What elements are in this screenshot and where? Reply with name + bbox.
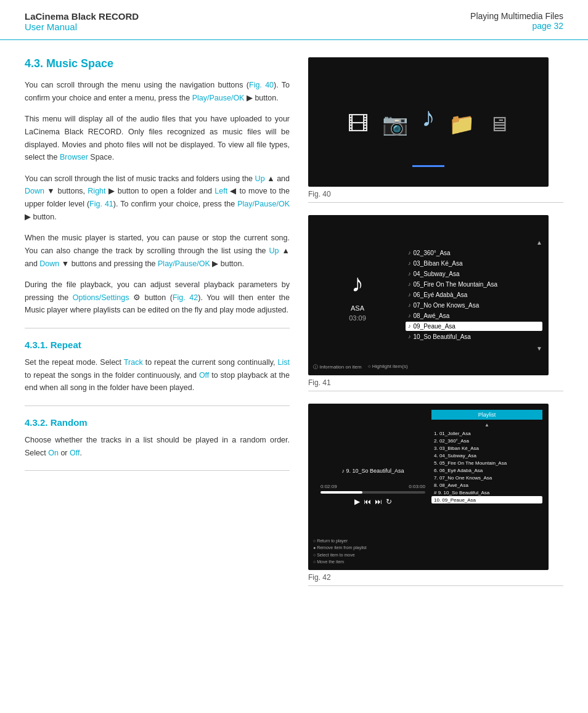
right-link[interactable]: Right [88, 187, 105, 195]
subsection2-heading: 4.3.2. Random [25, 417, 290, 428]
music-icon: ♪ [422, 102, 435, 132]
playpause-link3[interactable]: Play/Pause/OK [158, 259, 210, 268]
main-content: 4.3. Music Space You can scroll through … [0, 40, 588, 598]
down-link[interactable]: Down [25, 187, 44, 195]
fig42-item-7: 7. 07_No One Knows_Asa [431, 474, 542, 481]
fig42-item-5: 5. 05_Fire On The Mountain_Asa [431, 459, 542, 467]
playpause-link2[interactable]: Play/Pause/OK [237, 200, 290, 208]
fig42-label-2: ● Remove item from playlist [313, 544, 367, 551]
fig42-item-2: 2. 02_360°_Asa [431, 437, 542, 444]
fig41-track-9: ♪ 10_So Beautiful_Asa [406, 332, 542, 341]
divider1 [25, 328, 290, 328]
off-link2[interactable]: Off [70, 449, 80, 457]
playpause-link1[interactable]: Play/Pause/OK [192, 94, 245, 102]
header-right: Playing Multimedia Files page 32 [470, 11, 563, 31]
fig42-track-name: ♪ 9. 10_So Beautiful_Asa [341, 468, 404, 474]
fig42-left: ♪ 9. 10_So Beautiful_Asa 0:02:09 0:03:00 [314, 410, 431, 564]
on-link[interactable]: On [48, 449, 59, 457]
section-para1: You can scroll through the menu using th… [25, 79, 290, 104]
fig42-item-1: 1. 01_Joller_Asa [431, 430, 542, 437]
camera-icon: 📷 [382, 112, 408, 136]
browser-link[interactable]: Browser [60, 153, 88, 161]
up-link2[interactable]: Up [269, 246, 279, 255]
fig42-item-6: 6. 06_Eyé Adabà_Asa [431, 467, 542, 474]
fig42-item-9: # 9. 10_So Beautiful_Asa [431, 489, 542, 496]
left-link[interactable]: Left [214, 187, 227, 195]
fig41-image: ♪ ASA 03:09 ▲ ♪ 02_360°_Asa ♪ 03_Biban K… [308, 215, 549, 375]
fig42-inner: ♪ 9. 10_So Beautiful_Asa 0:02:09 0:03:00 [308, 404, 549, 570]
section-para2: This menu will display all of the audio … [25, 113, 290, 164]
fig42-item-4: 4. 04_Subway_Asa [431, 452, 542, 459]
fig42-link[interactable]: Fig. 42 [173, 293, 198, 302]
repeat-icon: ↻ [386, 497, 392, 506]
fig40-icons: 🎞 📷 ♪ 📁 🖥 [348, 102, 509, 142]
fig41-left: ♪ ASA 03:09 [314, 221, 401, 369]
divider3 [25, 470, 290, 471]
fig42-total: 0:03:00 [409, 484, 425, 489]
fig41-scroll-down: ▼ [406, 345, 542, 352]
down-link2[interactable]: Down [39, 259, 59, 268]
brand-title: LaCinema Black RECORD [25, 11, 139, 22]
divider2 [25, 405, 290, 406]
subsection1-para: Set the repeat mode. Select Track to rep… [25, 356, 290, 394]
fig41-track-6: ♪ 07_No One Knows_Asa [406, 301, 542, 310]
fig41-track-5: ♪ 06_Eyé Adabà_Asa [406, 290, 542, 299]
section-heading: 4.3. Music Space [25, 57, 290, 70]
fig40-divider [308, 202, 563, 203]
fig42-progress-fill [321, 491, 362, 494]
fig42-label-1: ○ Return to player [313, 537, 367, 544]
fig41-track-8-selected: ♪ 09_Peaue_Asa [406, 322, 542, 331]
fig42-bottom-labels: ○ Return to player ● Remove item from pl… [313, 537, 367, 565]
fig41-divider [308, 391, 563, 391]
next-icon: ⏭ [375, 497, 382, 506]
options-link[interactable]: Options/Settings [73, 293, 129, 302]
fig41-info: ⓘ Information on item [313, 364, 362, 370]
up-link[interactable]: Up [255, 174, 265, 183]
section-para5: During the file playback, you can adjust… [25, 279, 290, 317]
off-link[interactable]: Off [199, 371, 209, 380]
list-link[interactable]: List [278, 358, 290, 367]
fig42-scroll-up: ▲ [431, 422, 542, 428]
header: LaCinema Black RECORD User Manual Playin… [0, 0, 588, 40]
fig40-link[interactable]: Fig. 40 [249, 81, 274, 89]
fig40-label: Fig. 40 [308, 190, 563, 198]
film-icon: 🎞 [348, 112, 369, 136]
fig41-container: ♪ ASA 03:09 ▲ ♪ 02_360°_Asa ♪ 03_Biban K… [308, 215, 563, 391]
subsection2-para: Choose whether the tracks in a list shou… [25, 434, 290, 459]
fig42-controls: ▶ ⏮ ⏭ ↻ [321, 497, 425, 506]
fig42-elapsed: 0:02:09 [321, 484, 337, 489]
fig40-underline [412, 165, 444, 167]
fig41-link[interactable]: Fig. 41 [89, 200, 113, 208]
fig42-progress-area: 0:02:09 0:03:00 ▶ ⏮ ⏭ ↻ [314, 484, 431, 506]
fig40-container: 🎞 📷 ♪ 📁 🖥 Fig. 40 [308, 57, 563, 203]
fig41-highlight: ○ Highlight item(s) [368, 364, 408, 370]
page-number: page 32 [470, 21, 563, 31]
track-link[interactable]: Track [124, 358, 143, 367]
header-left: LaCinema Black RECORD User Manual [25, 11, 139, 32]
section-para4: When the music player is started, you ca… [25, 232, 290, 270]
fig42-progress-bar [321, 491, 425, 494]
left-column: 4.3. Music Space You can scroll through … [25, 40, 308, 598]
folder-icon: 📁 [449, 112, 475, 136]
fig41-time: 03:09 [349, 314, 366, 322]
fig41-track-3: ♪ 04_Subway_Asa [406, 269, 542, 279]
section-para3: You can scroll through the list of music… [25, 173, 290, 224]
fig42-right: Playlist ▲ 1. 01_Joller_Asa 2. 02_360°_A… [431, 410, 542, 564]
fig41-label: Fig. 41 [308, 378, 563, 387]
brand-subtitle: User Manual [25, 22, 139, 32]
fig42-label-4: ○ Move the item [313, 558, 367, 565]
fig41-scroll-up: ▲ [406, 239, 542, 246]
fig42-image: ♪ 9. 10_So Beautiful_Asa 0:02:09 0:03:00 [308, 404, 549, 570]
fig41-inner: ♪ ASA 03:09 ▲ ♪ 02_360°_Asa ♪ 03_Biban K… [308, 215, 549, 375]
fig42-times: 0:02:09 0:03:00 [321, 484, 425, 489]
fig42-item-8: 8. 08_Awé_Asa [431, 481, 542, 489]
fig42-divider [308, 585, 563, 586]
doc-title: Playing Multimedia Files [470, 11, 563, 21]
fig41-track-1: ♪ 02_360°_Asa [406, 248, 542, 258]
fig41-artist: ASA [351, 304, 364, 312]
monitor-icon: 🖥 [488, 112, 509, 136]
fig41-track-7: ♪ 08_Awé_Asa [406, 311, 542, 320]
play-icon: ▶ [354, 497, 360, 506]
fig42-playlist-header: Playlist [431, 410, 542, 420]
fig42-label: Fig. 42 [308, 573, 563, 582]
